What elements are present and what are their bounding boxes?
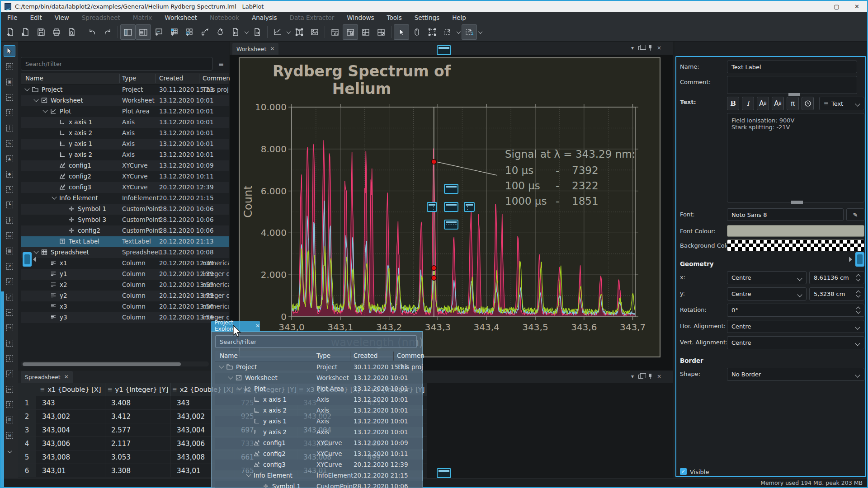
cell-y1-row1[interactable]: 3.408 (105, 396, 171, 410)
vert-alignment-dropdown[interactable]: Centre (727, 336, 864, 349)
import-dropdown-arrow[interactable] (243, 24, 250, 40)
diamond-marker-icon[interactable]: ◆ (4, 168, 15, 180)
menu-windows[interactable]: Windows (340, 14, 380, 21)
close-button[interactable]: ✕ (847, 1, 867, 12)
shift-up-y-icon[interactable]: ↑ (4, 337, 15, 349)
custom-point-marker[interactable] (431, 266, 436, 271)
dock-indicator-right-icon[interactable] (464, 202, 475, 212)
sidebar-overflow-chevron-icon[interactable] (4, 446, 15, 457)
italic-button[interactable]: I (742, 97, 754, 110)
font-edit-button[interactable]: ✎ (846, 208, 864, 221)
cell-y1-row3[interactable]: 2.577 (105, 423, 171, 437)
scale-shrink-icon[interactable]: ⊟ (4, 429, 15, 441)
menu-view[interactable]: View (48, 14, 75, 21)
tree-row-config2[interactable]: config2XYCurve13.12.2020 10:11 (215, 449, 423, 460)
expander-icon[interactable] (52, 194, 57, 199)
layout-grid-button[interactable] (358, 24, 373, 40)
expander-icon[interactable] (246, 472, 251, 477)
filter-options-icon[interactable]: ≡ (215, 59, 227, 70)
zoom-select-icon[interactable]: ▣ (4, 76, 15, 88)
tree-row-project[interactable]: ProjectProject30.11.2020 15:23This proje (215, 362, 423, 373)
export-button[interactable] (250, 24, 265, 40)
auto-scale-y-icon[interactable]: ↕ (4, 399, 15, 410)
name-field[interactable]: Text Label (727, 61, 857, 73)
toggle-properties-explorer-button[interactable] (136, 24, 151, 40)
dock-indicator-top-edge-icon[interactable] (437, 45, 451, 55)
expander-icon[interactable] (42, 108, 47, 113)
cursor-line-icon[interactable]: │ (4, 122, 15, 134)
expander-icon[interactable] (228, 374, 233, 379)
cell-x1-row6[interactable]: 343,01 (36, 464, 105, 478)
new-project-button[interactable] (3, 24, 18, 40)
zoom-y-select-icon[interactable]: ↕ (4, 107, 15, 118)
y-mode-dropdown[interactable]: Centre (727, 287, 807, 300)
subscript-button[interactable]: AB (772, 97, 784, 110)
zoom-mode-dropdown-arrow[interactable] (455, 24, 462, 40)
tree-row-y-axis-1[interactable]: y axis 1Axis13.12.2020 10:01 (21, 139, 229, 150)
magnification-dropdown-arrow[interactable] (477, 24, 483, 40)
close-icon[interactable]: ✕ (64, 374, 69, 380)
tree-row-plot[interactable]: PlotPlot Area13.12.2020 10:01 (215, 384, 423, 394)
close-icon[interactable]: ✕ (270, 46, 274, 52)
tree-row-symbol-1[interactable]: Symbol 1CustomPoint28.12.2020 10:06 (21, 204, 229, 215)
menu-tools[interactable]: Tools (381, 14, 408, 21)
tree-row-y1[interactable]: y1Column20.12.2020 12:39integer da (21, 269, 229, 280)
resize-handle[interactable] (788, 93, 800, 96)
info-element-heading[interactable]: Signal at λ = 343.29 nm: (505, 148, 635, 160)
superscript-button[interactable]: AB (757, 97, 769, 110)
zoom-mode-button[interactable] (440, 24, 455, 40)
tree-row-config2[interactable]: config2XYCurve13.12.2020 10:11 (21, 171, 229, 182)
menu-edit[interactable]: Edit (24, 14, 48, 21)
float-icon[interactable] (638, 375, 643, 379)
shift-left-x-icon[interactable]: ← (4, 306, 15, 318)
expander-icon[interactable] (219, 363, 224, 368)
scale-extend-icon[interactable]: ⊞ (4, 414, 15, 426)
horizontal-scrollbar[interactable] (21, 361, 209, 366)
tree-row-config1[interactable]: config1XYCurve13.12.2020 10:09 (21, 160, 229, 171)
column-header-name[interactable]: Name (220, 352, 238, 359)
plot-title[interactable]: Rydberg Spectrum of Helium (253, 62, 470, 98)
dock-indicator-right-edge-icon[interactable] (855, 252, 864, 267)
auto-scale-x-icon[interactable]: ↔ (4, 383, 15, 395)
zoom-in-icon[interactable]: ↗ (4, 260, 15, 272)
expander-icon[interactable] (237, 385, 242, 390)
tree-row-project[interactable]: ProjectProject30.11.2020 15:23This proje (21, 84, 229, 95)
dock-menu-icon[interactable]: ▾ (631, 373, 634, 380)
add-text-label-button[interactable] (292, 24, 307, 40)
tree-row-plot[interactable]: PlotPlot Area13.12.2020 10:01 (21, 106, 229, 117)
column-header-created[interactable]: Created (354, 352, 377, 359)
row-number[interactable]: 6 (18, 464, 36, 478)
navigate-mode-button[interactable] (409, 24, 425, 40)
tree-row-x-axis-1[interactable]: x axis 1Axis13.12.2020 10:01 (215, 394, 423, 405)
curve-tool-icon[interactable]: ∿ (4, 137, 15, 149)
open-project-button[interactable] (18, 24, 33, 40)
row-number[interactable]: 2 (18, 410, 36, 423)
cell-y1-row2[interactable]: 3.412 (105, 410, 171, 423)
pin-icon[interactable] (648, 374, 652, 379)
add-image-button[interactable] (307, 24, 322, 40)
minimize-button[interactable]: — (806, 1, 826, 12)
font-colour-swatch[interactable] (727, 225, 864, 237)
magnification-button[interactable]: 1 (462, 24, 477, 40)
text-content-area[interactable]: Field ionisation: 900V Stark splitting: … (727, 113, 864, 202)
cell-x1-row4[interactable]: 343,006 (36, 437, 105, 450)
column-divider[interactable] (350, 352, 350, 361)
dock-indicator-bottom-icon[interactable] (444, 220, 458, 230)
dock-indicator-center-icon[interactable] (444, 202, 458, 212)
tree-row-y-axis-2[interactable]: y axis 2Axis13.12.2020 10:01 (21, 150, 229, 160)
menu-file[interactable]: File (1, 14, 24, 21)
insert-datetime-button[interactable] (802, 97, 814, 110)
color-maps-button[interactable] (212, 24, 228, 40)
zoom-out-icon[interactable]: ↙ (4, 276, 15, 287)
hor-alignment-dropdown[interactable]: Centre (727, 320, 864, 333)
menu-settings[interactable]: Settings (408, 14, 446, 21)
tree-row-spreadsheet[interactable]: SpreadsheetSpreadsheet13.12.2020 10:08 (21, 247, 229, 258)
triangle-marker-icon[interactable]: ▲ (4, 153, 15, 164)
cell-x1-row5[interactable]: 343,008 (36, 450, 105, 464)
cell-x1-row3[interactable]: 343,004 (36, 423, 105, 437)
column-header-name[interactable]: Name (25, 75, 43, 82)
maximize-button[interactable]: ▢ (826, 1, 847, 12)
tree-row-worksheet[interactable]: WorksheetWorksheet13.12.2020 10:01 (21, 95, 229, 106)
column-divider[interactable] (119, 74, 120, 83)
print-preview-button[interactable] (64, 24, 80, 40)
